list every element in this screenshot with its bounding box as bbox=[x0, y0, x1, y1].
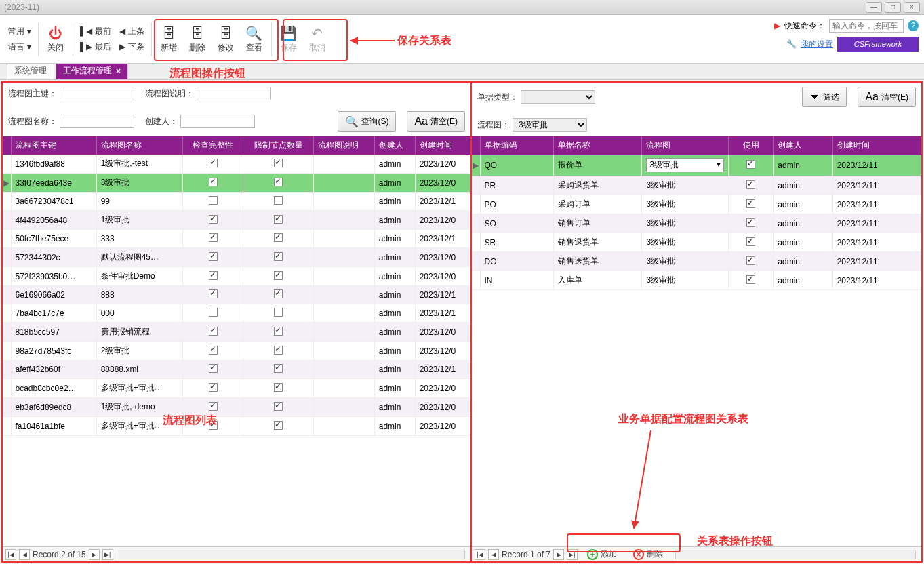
checkbox[interactable] bbox=[209, 233, 218, 242]
table-row[interactable]: SO销售订单3级审批admin2023/12/11 bbox=[472, 214, 921, 233]
maximize-button[interactable]: □ bbox=[885, 2, 901, 13]
table-row[interactable]: ▶33f07eeda643e3级审批admin2023/12/0 bbox=[3, 174, 470, 193]
rec-prev-r[interactable]: ◀ bbox=[488, 549, 499, 560]
table-row[interactable]: ▶QO报价单3级审批▾admin2023/12/11 bbox=[472, 155, 921, 176]
checkbox[interactable] bbox=[274, 252, 283, 261]
close-tab-icon[interactable]: × bbox=[116, 66, 121, 76]
hscroll-r[interactable] bbox=[675, 550, 916, 559]
delete-button[interactable]: 🗄删除 bbox=[183, 22, 212, 56]
checkbox[interactable] bbox=[209, 383, 218, 392]
checkbox[interactable] bbox=[274, 178, 283, 186]
flow-select[interactable]: 3级审批 bbox=[513, 118, 587, 132]
doctype-select[interactable] bbox=[521, 90, 595, 104]
checkbox[interactable] bbox=[274, 159, 283, 167]
rec-next[interactable]: ▶ bbox=[89, 549, 100, 560]
nav-first[interactable]: ▌◀ 最前 bbox=[80, 26, 111, 37]
rec-first-r[interactable]: |◀ bbox=[475, 549, 485, 560]
table-row[interactable]: afeff432b60f88888.xmladmin2023/12/1 bbox=[3, 361, 470, 379]
checkbox[interactable] bbox=[209, 421, 218, 430]
clear-left-button[interactable]: Aa清空(E) bbox=[407, 111, 465, 132]
checkbox[interactable] bbox=[209, 364, 218, 373]
checkbox[interactable] bbox=[209, 289, 218, 298]
delete-relation-button[interactable]: ×删除 bbox=[626, 547, 670, 561]
checkbox[interactable] bbox=[274, 215, 283, 224]
checkbox[interactable] bbox=[209, 271, 218, 280]
tab-workflow[interactable]: 工作流程管理× bbox=[56, 62, 128, 79]
edit-button[interactable]: 🗄修改 bbox=[212, 22, 240, 56]
tab-system[interactable]: 系统管理 bbox=[7, 62, 54, 79]
flow-desc-input[interactable] bbox=[197, 87, 271, 100]
table-row[interactable]: bcadb8cbc0e2…多级审批+审批…admin2023/12/0 bbox=[3, 379, 470, 398]
rec-last-r[interactable]: ▶| bbox=[567, 549, 578, 560]
filter-button[interactable]: ⏷筛选 bbox=[802, 87, 847, 107]
checkbox[interactable] bbox=[209, 178, 218, 186]
table-row[interactable]: 818b5cc597费用报销流程admin2023/12/0 bbox=[3, 323, 470, 342]
nav-last[interactable]: ▌▶ 最后 bbox=[80, 41, 111, 53]
checkbox[interactable] bbox=[746, 237, 755, 246]
rec-prev[interactable]: ◀ bbox=[19, 549, 30, 560]
rec-next-r[interactable]: ▶ bbox=[553, 549, 564, 560]
checkbox[interactable] bbox=[209, 402, 218, 411]
table-row[interactable]: 7ba4bc17c7e000admin2023/12/1 bbox=[3, 304, 470, 323]
rec-last[interactable]: ▶| bbox=[102, 549, 113, 560]
nav-prev[interactable]: ◀ 上条 bbox=[119, 26, 144, 37]
checkbox[interactable] bbox=[209, 215, 218, 224]
table-row[interactable]: 572f239035b0…条件审批Demoadmin2023/12/0 bbox=[3, 267, 470, 286]
checkbox[interactable] bbox=[746, 160, 755, 169]
checkbox[interactable] bbox=[209, 196, 218, 205]
language-menu[interactable]: 语言 ▾ bbox=[8, 41, 31, 53]
table-row[interactable]: DO销售送货单3级审批admin2023/12/11 bbox=[472, 252, 921, 271]
table-row[interactable]: IN入库单3级审批admin2023/12/11 bbox=[472, 271, 921, 290]
table-row[interactable]: 50fc7fbe75ece333admin2023/12/1 bbox=[3, 230, 470, 248]
flow-creator-input[interactable] bbox=[180, 115, 255, 128]
table-row[interactable]: 3a667230478c199admin2023/12/1 bbox=[3, 193, 470, 211]
relation-grid[interactable]: 单据编码单据名称流程图 使用创建人创建时间 ▶QO报价单3级审批▾admin20… bbox=[472, 136, 921, 546]
checkbox[interactable] bbox=[274, 421, 283, 430]
checkbox[interactable] bbox=[274, 271, 283, 280]
table-row[interactable]: fa10461a1bfe多级审批+审批…admin2023/12/0 bbox=[3, 417, 470, 436]
table-row[interactable]: 4f4492056a481级审批admin2023/12/0 bbox=[3, 211, 470, 230]
close-window-button[interactable]: × bbox=[904, 2, 920, 13]
checkbox[interactable] bbox=[209, 327, 218, 336]
checkbox[interactable] bbox=[746, 256, 755, 265]
checkbox[interactable] bbox=[746, 180, 755, 189]
table-row[interactable]: 98a27d78543fc2级审批admin2023/12/0 bbox=[3, 342, 470, 361]
rec-first[interactable]: |◀ bbox=[5, 549, 16, 560]
checkbox[interactable] bbox=[274, 233, 283, 242]
chevron-down-icon[interactable]: ▾ bbox=[717, 159, 721, 171]
save-button[interactable]: 💾保存 bbox=[275, 22, 303, 56]
quick-command-input[interactable] bbox=[829, 19, 904, 33]
checkbox[interactable] bbox=[746, 218, 755, 227]
hscroll[interactable] bbox=[119, 550, 465, 559]
table-row[interactable]: 6e169066a02888admin2023/12/1 bbox=[3, 286, 470, 304]
checkbox[interactable] bbox=[274, 289, 283, 298]
flow-key-input[interactable] bbox=[60, 87, 134, 100]
close-button[interactable]: ⏻ 关闭 bbox=[41, 22, 70, 56]
view-button[interactable]: 🔍查看 bbox=[240, 22, 268, 56]
table-row[interactable]: SR销售退货单3级审批admin2023/12/11 bbox=[472, 233, 921, 252]
checkbox[interactable] bbox=[209, 252, 218, 261]
table-row[interactable]: 572344302c默认流程图45…admin2023/12/0 bbox=[3, 248, 470, 267]
flow-grid[interactable]: 流程图主键流程图名称 检查完整性限制节点数量 流程图说明创建人创建时间 1346… bbox=[3, 136, 470, 546]
minimize-button[interactable]: — bbox=[866, 2, 882, 13]
cancel-button[interactable]: ↶取消 bbox=[303, 22, 332, 56]
query-button[interactable]: 🔍查询(S) bbox=[338, 111, 396, 132]
checkbox[interactable] bbox=[274, 196, 283, 205]
checkbox[interactable] bbox=[274, 346, 283, 355]
checkbox[interactable] bbox=[274, 327, 283, 336]
checkbox[interactable] bbox=[274, 402, 283, 411]
table-row[interactable]: PO采购订单3级审批admin2023/12/11 bbox=[472, 195, 921, 214]
checkbox[interactable] bbox=[209, 346, 218, 355]
add-button[interactable]: 🗄新增 bbox=[155, 22, 183, 56]
checkbox[interactable] bbox=[209, 159, 218, 167]
my-settings-link[interactable]: 我的设置 bbox=[801, 39, 833, 50]
clear-right-button[interactable]: Aa清空(E) bbox=[858, 87, 916, 107]
common-menu[interactable]: 常用 ▾ bbox=[8, 26, 31, 37]
checkbox[interactable] bbox=[209, 308, 218, 317]
nav-next[interactable]: ▶ 下条 bbox=[119, 41, 144, 53]
checkbox[interactable] bbox=[274, 364, 283, 373]
checkbox[interactable] bbox=[274, 308, 283, 317]
checkbox[interactable] bbox=[746, 199, 755, 208]
add-relation-button[interactable]: +添加 bbox=[580, 547, 624, 561]
table-row[interactable]: eb3af6d89edc81级审批,-demoadmin2023/12/0 bbox=[3, 398, 470, 417]
